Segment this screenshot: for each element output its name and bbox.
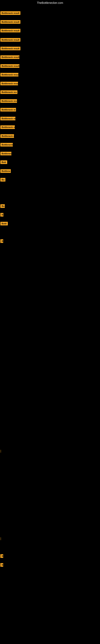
bottleneck-badge-row: Bottleneck result xyxy=(0,38,20,42)
bottleneck-badge: B xyxy=(0,563,3,567)
bottleneck-badge-row: Bottleneck result xyxy=(0,64,19,69)
bottleneck-badge: Bottleneck res xyxy=(0,90,17,94)
bottleneck-badge: Bottleneck r xyxy=(0,143,13,146)
bottleneck-badge: Bottlene xyxy=(0,169,11,173)
bottleneck-badge: Bo xyxy=(0,178,5,182)
thin-line-indicator: | xyxy=(0,537,1,540)
bottleneck-badge-row: Bottleneck res xyxy=(0,99,17,104)
bottleneck-badge: Bottleneck re xyxy=(0,108,16,112)
bottleneck-badge: Bottleneck result xyxy=(0,20,20,24)
bottleneck-badge: Bottleneck re xyxy=(0,126,15,129)
bottleneck-badge: Bottlenec xyxy=(0,152,11,155)
bottleneck-badge-row: Bottleneck res xyxy=(0,90,17,95)
bottleneck-badge-row: Bottleneck result xyxy=(0,29,20,33)
bottleneck-badge: Bottleneck result xyxy=(0,11,20,15)
bottleneck-badge: B xyxy=(0,213,3,216)
bottleneck-badge: Bottl xyxy=(0,222,8,226)
bottleneck-badge-row: B xyxy=(0,239,3,244)
bottleneck-badge-row: Bo xyxy=(0,178,5,182)
bottleneck-badge: Bottleneck result xyxy=(0,47,20,50)
bottleneck-badge: Bottleneck res xyxy=(0,99,17,103)
bottleneck-badge-row: Bottleneck re xyxy=(0,117,15,121)
bottleneck-badge-row: Bottleneck result xyxy=(0,20,20,24)
bottleneck-badge: Bo xyxy=(0,204,5,208)
bottleneck-badge-row: Bottleneck result xyxy=(0,47,20,51)
line-marker: | xyxy=(0,537,1,540)
bottleneck-badge-row: Bott xyxy=(0,160,7,165)
bottleneck-badge: Bottleneck result xyxy=(0,64,19,68)
bottleneck-badge: Bottleneck re xyxy=(0,117,15,120)
bottleneck-badge-row: B xyxy=(0,554,3,559)
bottleneck-badge-row: B xyxy=(0,563,3,568)
bottleneck-badge-row: Bottleneck re xyxy=(0,108,16,112)
bottleneck-badge: Bottleneck result xyxy=(0,82,18,85)
bottleneck-badge-row: Bottleneck result xyxy=(0,55,19,60)
bottleneck-badge-row: Bo xyxy=(0,204,5,209)
line-marker: | xyxy=(0,450,1,452)
bottleneck-badge: B xyxy=(0,239,3,243)
bottleneck-badge: Bottleneck result xyxy=(0,29,20,32)
bottleneck-badge: Bott xyxy=(0,160,7,164)
bottleneck-badge-row: Bottleneck re xyxy=(0,134,14,139)
bottleneck-badge-row: Bottleneck re xyxy=(0,126,15,130)
bottleneck-badge: Bottleneck result xyxy=(0,55,19,59)
bottleneck-badge: Bottleneck result xyxy=(0,38,20,42)
bottleneck-badge-row: Bottleneck result xyxy=(0,11,20,16)
bottleneck-badge: Bottleneck re xyxy=(0,134,14,138)
bottleneck-badge: Bottleneck result xyxy=(0,73,18,76)
bottleneck-badge-row: Bottl xyxy=(0,222,8,226)
bottleneck-badge-row: B xyxy=(0,213,3,217)
bottleneck-badge-row: Bottlene xyxy=(0,169,11,174)
bottleneck-badge-row: Bottleneck result xyxy=(0,73,18,77)
bottleneck-badge-row: Bottleneck result xyxy=(0,82,18,86)
thin-line-indicator: | xyxy=(0,449,1,453)
site-title: TheBottlenecker.com xyxy=(0,0,100,6)
bottleneck-badge: B xyxy=(0,554,3,558)
bottleneck-badge-row: Bottlenec xyxy=(0,152,11,156)
bottleneck-badge-row: Bottleneck r xyxy=(0,143,13,147)
